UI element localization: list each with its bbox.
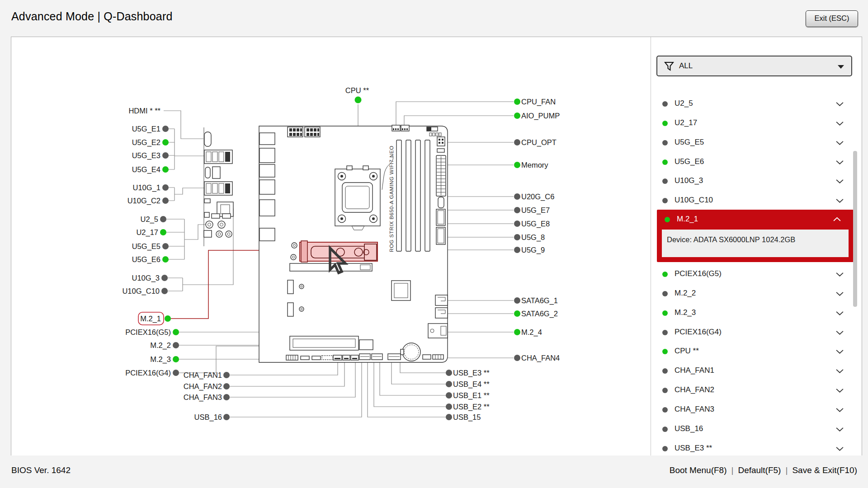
selected-item-header[interactable]: M.2_1	[657, 210, 854, 230]
sidebar-item[interactable]: U5G_E6	[651, 153, 862, 172]
status-dot	[662, 160, 668, 165]
status-dot	[662, 178, 668, 184]
right-labels[interactable]: CPU_FAN AIO_PUMP CPU_OPT Memory U20G_C6 …	[514, 98, 560, 362]
sidebar-item[interactable]: CPU **	[651, 342, 862, 361]
bottom-right-labels[interactable]: USB_E3 ** USB_E4 ** USB_E1 ** USB_E2 ** …	[446, 369, 490, 422]
m2-4-slot	[428, 324, 448, 338]
svg-text:U10G_1: U10G_1	[133, 183, 160, 192]
sidebar-item-label: M.2_3	[675, 308, 696, 317]
status-dot	[662, 121, 668, 126]
svg-text:CPU **: CPU **	[345, 86, 369, 94]
sidebar-item[interactable]: U2_5	[651, 94, 862, 113]
filter-funnel-icon	[664, 61, 675, 72]
chevron-down-icon[interactable]	[835, 407, 844, 413]
chevron-down-icon[interactable]	[835, 198, 844, 203]
sidebar-item[interactable]: M.2_2	[651, 284, 862, 303]
chipset	[392, 281, 410, 300]
dashboard-panel: ROG STRIX B650-A GAMING WIFI7 NEO	[11, 37, 862, 456]
svg-text:PCIEX16(G4): PCIEX16(G4)	[125, 369, 171, 377]
chevron-down-icon[interactable]	[835, 330, 844, 335]
sidebar-item-label: USB_E3 **	[675, 444, 712, 453]
default-shortcut[interactable]: Default(F5)	[738, 465, 781, 475]
svg-text:U5G_E2: U5G_E2	[132, 138, 160, 147]
sidebar-item[interactable]: PCIEX16(G4)	[651, 323, 862, 342]
left-labels[interactable]: HDMI * ** U5G_E1 U5G_E2 U5G_E3 U5G_E4 U1…	[122, 107, 179, 377]
svg-text:CHA_FAN2: CHA_FAN2	[184, 382, 222, 391]
chevron-down-icon[interactable]	[835, 427, 844, 432]
sidebar-item-label: M.2_2	[675, 289, 696, 298]
sidebar-item[interactable]: CHA_FAN1	[651, 361, 862, 380]
svg-text:U10G_C10: U10G_C10	[122, 287, 160, 296]
sidebar-item-label: U10G_3	[675, 176, 703, 185]
chevron-down-icon[interactable]	[835, 446, 844, 451]
svg-text:U2_5: U2_5	[141, 215, 158, 224]
sidebar-scrollbar[interactable]	[853, 151, 857, 307]
exit-button[interactable]: Exit (ESC)	[806, 10, 858, 27]
chevron-down-icon[interactable]	[835, 272, 844, 277]
svg-text:USB_E2 **: USB_E2 **	[453, 403, 490, 411]
sidebar-item-label: PCIEX16(G5)	[675, 269, 722, 278]
sidebar-item-selected[interactable]: M.2_1 Device: ADATA SX6000LNP 1024.2GB	[657, 210, 854, 262]
save-exit-shortcut[interactable]: Save & Exit(F10)	[792, 465, 857, 475]
chevron-down-icon[interactable]	[835, 388, 844, 393]
chevron-down-icon[interactable]	[835, 101, 844, 107]
sidebar-item-label: CPU **	[675, 347, 699, 356]
sidebar-item[interactable]: USB_E3 **	[651, 439, 862, 456]
sidebar-item[interactable]: M.2_3	[651, 304, 862, 323]
svg-text:CPU_OPT: CPU_OPT	[521, 138, 557, 147]
sidebar-item[interactable]: USB_16	[651, 420, 862, 439]
sidebar-item[interactable]: CHA_FAN2	[651, 381, 862, 400]
status-dot	[662, 330, 668, 335]
sidebar-item-label: M.2_1	[677, 215, 698, 224]
board-model-text: ROG STRIX B650-A GAMING WIFI7 NEO	[389, 145, 394, 252]
chevron-down-icon[interactable]	[835, 349, 844, 354]
status-dot	[662, 368, 668, 374]
svg-text:U2_17: U2_17	[136, 228, 158, 237]
sidebar-item-label: U2_5	[675, 99, 693, 108]
separator: |	[781, 465, 792, 475]
sidebar-item-label: U2_17	[675, 118, 697, 127]
sidebar-item-label: PCIEX16(G4)	[675, 328, 722, 337]
status-dot	[662, 427, 668, 432]
sidebar-item-label: U10G_C10	[675, 196, 713, 205]
svg-text:USB_E4 **: USB_E4 **	[453, 380, 490, 389]
sidebar-item-label: U5G_E6	[675, 157, 704, 166]
sidebar-item[interactable]: U2_17	[651, 114, 862, 133]
page-title: Advanced Mode | Q-Dashboard	[11, 10, 173, 23]
chevron-down-icon[interactable]	[835, 310, 844, 316]
status-dot	[662, 310, 668, 316]
svg-text:SATA6G_2: SATA6G_2	[521, 310, 558, 318]
svg-text:M.2_4: M.2_4	[521, 328, 542, 337]
chevron-down-icon[interactable]	[835, 160, 844, 165]
svg-text:CHA_FAN4: CHA_FAN4	[521, 354, 560, 362]
svg-text:U5G_9: U5G_9	[521, 246, 545, 254]
sidebar-item[interactable]: U5G_E5	[651, 133, 862, 152]
component-sidebar: ALL U2_5 U2_17 U5G_E5 U5G_E6 U10G_3	[651, 37, 862, 456]
sidebar-item[interactable]: U10G_3	[651, 172, 862, 191]
cpu-top-label[interactable]: CPU **	[345, 86, 369, 103]
chevron-down-icon[interactable]	[835, 121, 844, 126]
chevron-down-icon[interactable]	[835, 178, 844, 184]
sidebar-item[interactable]: U10G_C10	[651, 191, 862, 210]
svg-text:U5G_E5: U5G_E5	[132, 242, 160, 251]
svg-text:M.2_1: M.2_1	[140, 314, 161, 323]
svg-text:CPU_FAN: CPU_FAN	[521, 98, 556, 106]
chevron-down-icon[interactable]	[835, 368, 844, 374]
status-dot	[662, 198, 668, 203]
sidebar-item[interactable]: PCIEX16(G5)	[651, 265, 862, 284]
status-dot	[355, 97, 362, 103]
svg-text:CHA_FAN1: CHA_FAN1	[184, 371, 222, 380]
svg-text:U10G_3: U10G_3	[132, 274, 160, 282]
chevron-up-icon[interactable]	[833, 216, 841, 222]
status-dot	[662, 388, 668, 393]
chevron-down-icon[interactable]	[835, 140, 844, 145]
filter-dropdown[interactable]: ALL	[656, 56, 852, 76]
chevron-down-icon[interactable]	[835, 291, 844, 296]
sidebar-item[interactable]: CHA_FAN3	[651, 400, 862, 419]
sidebar-item-label: USB_16	[675, 424, 703, 433]
footer-bar: BIOS Ver. 1642 Boot Menu(F8)|Default(F5)…	[0, 455, 868, 488]
boot-menu-shortcut[interactable]: Boot Menu(F8)	[670, 465, 727, 475]
status-dot	[662, 446, 668, 451]
bottom-left-labels[interactable]: CHA_FAN1 CHA_FAN2 CHA_FAN3 USB_16	[184, 371, 230, 422]
svg-text:CHA_FAN3: CHA_FAN3	[184, 393, 222, 402]
